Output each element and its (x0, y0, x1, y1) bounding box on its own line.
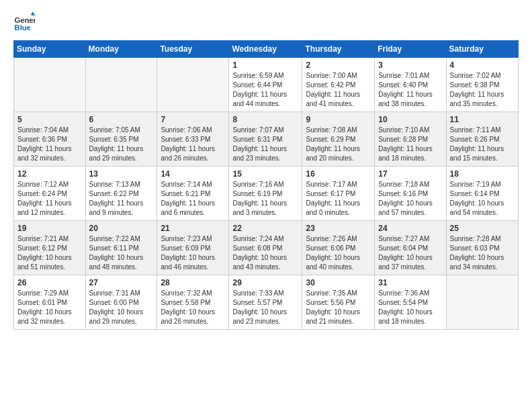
day-info: Sunrise: 7:36 AMSunset: 5:54 PMDaylight:… (378, 289, 442, 326)
day-number: 3 (378, 60, 442, 70)
day-info: Sunrise: 7:31 AMSunset: 6:00 PMDaylight:… (89, 289, 154, 326)
day-number: 7 (161, 115, 225, 124)
calendar-day-cell: 10Sunrise: 7:10 AMSunset: 6:28 PMDayligh… (375, 112, 446, 167)
day-info: Sunrise: 7:06 AMSunset: 6:33 PMDaylight:… (161, 126, 225, 163)
calendar-day-cell: 19Sunrise: 7:21 AMSunset: 6:12 PMDayligh… (14, 221, 86, 275)
day-number: 4 (450, 60, 515, 70)
weekday-header-sunday: Sunday (14, 41, 86, 58)
day-info: Sunrise: 7:11 AMSunset: 6:26 PMDaylight:… (450, 126, 515, 163)
calendar-day-cell: 31Sunrise: 7:36 AMSunset: 5:54 PMDayligh… (375, 275, 446, 330)
day-info: Sunrise: 7:14 AMSunset: 6:21 PMDaylight:… (161, 180, 225, 218)
calendar-day-cell: 28Sunrise: 7:32 AMSunset: 5:58 PMDayligh… (157, 275, 229, 330)
day-number: 14 (161, 169, 225, 179)
calendar-day-cell: 4Sunrise: 7:02 AMSunset: 6:38 PMDaylight… (446, 58, 518, 112)
day-info: Sunrise: 7:10 AMSunset: 6:28 PMDaylight:… (378, 126, 442, 163)
calendar-week-row: 19Sunrise: 7:21 AMSunset: 6:12 PMDayligh… (14, 221, 519, 275)
calendar-day-cell: 17Sunrise: 7:18 AMSunset: 6:16 PMDayligh… (375, 167, 446, 221)
day-info: Sunrise: 7:35 AMSunset: 5:56 PMDaylight:… (306, 289, 371, 326)
day-number: 13 (89, 169, 154, 179)
day-number: 27 (89, 278, 154, 287)
calendar-day-cell: 6Sunrise: 7:05 AMSunset: 6:35 PMDaylight… (85, 112, 157, 167)
day-info: Sunrise: 7:21 AMSunset: 6:12 PMDaylight:… (17, 234, 82, 272)
svg-text:Blue: Blue (15, 24, 31, 32)
header: General Blue (13, 11, 519, 32)
day-info: Sunrise: 7:00 AMSunset: 6:42 PMDaylight:… (306, 71, 371, 109)
weekday-header-monday: Monday (85, 41, 157, 58)
day-number: 29 (232, 278, 298, 287)
calendar-day-cell: 21Sunrise: 7:23 AMSunset: 6:09 PMDayligh… (157, 221, 229, 275)
day-number: 22 (232, 224, 298, 233)
day-info: Sunrise: 7:28 AMSunset: 6:03 PMDaylight:… (450, 234, 515, 272)
day-info: Sunrise: 7:07 AMSunset: 6:31 PMDaylight:… (232, 126, 298, 163)
page: General Blue SundayMondayTuesdayWednesda… (0, 0, 532, 340)
logo: General Blue (13, 11, 38, 32)
day-info: Sunrise: 7:26 AMSunset: 6:06 PMDaylight:… (306, 234, 371, 272)
calendar-day-cell: 13Sunrise: 7:13 AMSunset: 6:22 PMDayligh… (85, 167, 157, 221)
calendar-day-cell: 25Sunrise: 7:28 AMSunset: 6:03 PMDayligh… (446, 221, 518, 275)
calendar-day-cell: 22Sunrise: 7:24 AMSunset: 6:08 PMDayligh… (229, 221, 302, 275)
calendar-week-row: 12Sunrise: 7:12 AMSunset: 6:24 PMDayligh… (14, 167, 519, 221)
weekday-header-row: SundayMondayTuesdayWednesdayThursdayFrid… (14, 41, 519, 58)
calendar-day-cell: 2Sunrise: 7:00 AMSunset: 6:42 PMDaylight… (302, 58, 375, 112)
calendar-day-cell: 29Sunrise: 7:33 AMSunset: 5:57 PMDayligh… (229, 275, 302, 330)
day-info: Sunrise: 7:27 AMSunset: 6:04 PMDaylight:… (378, 234, 442, 272)
day-number: 24 (378, 224, 442, 233)
calendar-day-cell: 11Sunrise: 7:11 AMSunset: 6:26 PMDayligh… (446, 112, 518, 167)
day-number: 26 (17, 278, 82, 287)
day-number: 21 (161, 224, 225, 233)
day-number: 23 (306, 224, 371, 233)
calendar-day-cell: 20Sunrise: 7:22 AMSunset: 6:11 PMDayligh… (85, 221, 157, 275)
calendar-day-cell: 27Sunrise: 7:31 AMSunset: 6:00 PMDayligh… (85, 275, 157, 330)
calendar-day-cell: 14Sunrise: 7:14 AMSunset: 6:21 PMDayligh… (157, 167, 229, 221)
day-info: Sunrise: 7:33 AMSunset: 5:57 PMDaylight:… (232, 289, 298, 326)
calendar-day-cell (446, 275, 518, 330)
weekday-header-tuesday: Tuesday (157, 41, 229, 58)
weekday-header-thursday: Thursday (302, 41, 375, 58)
day-number: 2 (306, 60, 371, 70)
day-number: 18 (450, 169, 515, 179)
calendar-week-row: 1Sunrise: 6:59 AMSunset: 6:44 PMDaylight… (14, 58, 519, 112)
calendar-day-cell: 23Sunrise: 7:26 AMSunset: 6:06 PMDayligh… (302, 221, 375, 275)
day-info: Sunrise: 7:29 AMSunset: 6:01 PMDaylight:… (17, 289, 82, 326)
day-info: Sunrise: 7:13 AMSunset: 6:22 PMDaylight:… (89, 180, 154, 218)
day-info: Sunrise: 7:02 AMSunset: 6:38 PMDaylight:… (450, 71, 515, 109)
day-number: 10 (378, 115, 442, 124)
calendar-week-row: 5Sunrise: 7:04 AMSunset: 6:36 PMDaylight… (14, 112, 519, 167)
calendar-day-cell: 16Sunrise: 7:17 AMSunset: 6:17 PMDayligh… (302, 167, 375, 221)
day-info: Sunrise: 7:17 AMSunset: 6:17 PMDaylight:… (306, 180, 371, 218)
weekday-header-saturday: Saturday (446, 41, 518, 58)
day-number: 31 (378, 278, 442, 287)
day-info: Sunrise: 7:12 AMSunset: 6:24 PMDaylight:… (17, 180, 82, 218)
day-number: 25 (450, 224, 515, 233)
calendar-day-cell (157, 58, 229, 112)
day-info: Sunrise: 7:24 AMSunset: 6:08 PMDaylight:… (232, 234, 298, 272)
calendar-day-cell: 3Sunrise: 7:01 AMSunset: 6:40 PMDaylight… (375, 58, 446, 112)
day-number: 15 (232, 169, 298, 179)
day-number: 9 (306, 115, 371, 124)
day-info: Sunrise: 7:05 AMSunset: 6:35 PMDaylight:… (89, 126, 154, 163)
day-number: 12 (17, 169, 82, 179)
day-info: Sunrise: 7:22 AMSunset: 6:11 PMDaylight:… (89, 234, 154, 272)
day-number: 19 (17, 224, 82, 233)
day-number: 20 (89, 224, 154, 233)
calendar-table: SundayMondayTuesdayWednesdayThursdayFrid… (13, 40, 519, 330)
day-info: Sunrise: 7:32 AMSunset: 5:58 PMDaylight:… (161, 289, 225, 326)
svg-text:General: General (15, 16, 35, 24)
day-number: 6 (89, 115, 154, 124)
day-number: 8 (232, 115, 298, 124)
day-number: 28 (161, 278, 225, 287)
calendar-day-cell: 24Sunrise: 7:27 AMSunset: 6:04 PMDayligh… (375, 221, 446, 275)
calendar-day-cell: 15Sunrise: 7:16 AMSunset: 6:19 PMDayligh… (229, 167, 302, 221)
day-info: Sunrise: 7:16 AMSunset: 6:19 PMDaylight:… (232, 180, 298, 218)
day-info: Sunrise: 7:08 AMSunset: 6:29 PMDaylight:… (306, 126, 371, 163)
calendar-day-cell: 1Sunrise: 6:59 AMSunset: 6:44 PMDaylight… (229, 58, 302, 112)
day-info: Sunrise: 7:04 AMSunset: 6:36 PMDaylight:… (17, 126, 82, 163)
calendar-day-cell: 30Sunrise: 7:35 AMSunset: 5:56 PMDayligh… (302, 275, 375, 330)
calendar-day-cell (14, 58, 86, 112)
calendar-day-cell: 12Sunrise: 7:12 AMSunset: 6:24 PMDayligh… (14, 167, 86, 221)
calendar-week-row: 26Sunrise: 7:29 AMSunset: 6:01 PMDayligh… (14, 275, 519, 330)
day-number: 5 (17, 115, 82, 124)
calendar-day-cell: 26Sunrise: 7:29 AMSunset: 6:01 PMDayligh… (14, 275, 86, 330)
calendar-day-cell (85, 58, 157, 112)
calendar-day-cell: 18Sunrise: 7:19 AMSunset: 6:14 PMDayligh… (446, 167, 518, 221)
